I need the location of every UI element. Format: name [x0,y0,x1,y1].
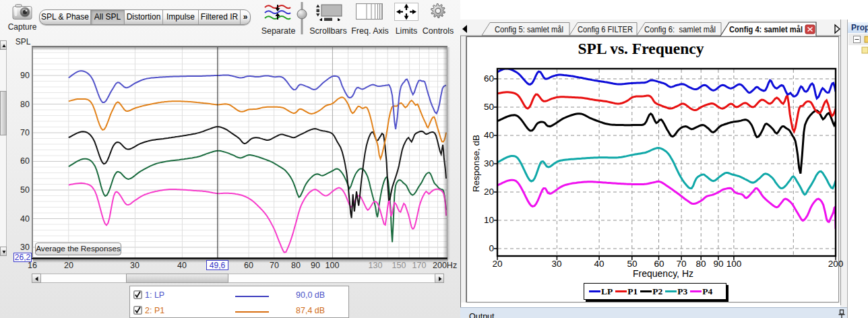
svg-text:Config 5: samlet mål: Config 5: samlet mål [495,25,563,34]
svg-text:Config 4: samlet mål: Config 4: samlet mål [729,25,803,34]
svg-text:Config 6: samlet mål: Config 6: samlet mål [644,25,716,34]
svg-text:Config 6 FILTER: Config 6 FILTER [578,25,633,34]
